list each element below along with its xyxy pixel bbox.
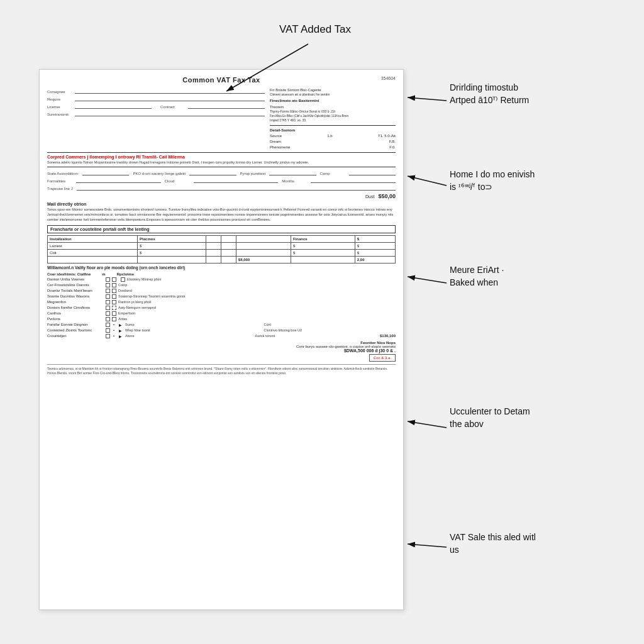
annotation-vat-title: VAT Added Tax bbox=[279, 23, 351, 36]
td-total-empty5 bbox=[291, 256, 355, 263]
td-total-empty1 bbox=[48, 256, 138, 263]
dream-line: Dream F.B. bbox=[270, 139, 396, 145]
header-left: Consignee Require License Contract Suret… bbox=[47, 87, 265, 150]
td-cldt-dollar: $ bbox=[138, 249, 206, 256]
cb-cer-desc: Coinp bbox=[118, 283, 396, 287]
trapeuse-input[interactable] bbox=[77, 184, 396, 191]
cb-doanitz-1[interactable] bbox=[106, 289, 110, 293]
months-input[interactable] bbox=[311, 177, 396, 183]
td-lamest-amt: $ bbox=[355, 242, 395, 249]
cb-pvclons-desc: Aritas bbox=[118, 317, 396, 321]
license-label: License bbox=[47, 105, 72, 109]
cb-canlhos-1[interactable] bbox=[106, 311, 110, 316]
require-input[interactable] bbox=[75, 95, 265, 101]
phenomene-val: F.0. bbox=[389, 145, 396, 150]
cb-conterited-desc: Wlep fdne tsonit bbox=[125, 328, 257, 332]
cb-pvclons-2[interactable] bbox=[112, 317, 116, 321]
td-total-200: 2,00 bbox=[355, 256, 395, 263]
cb-mognenfon-label: Mognenfon bbox=[47, 300, 104, 304]
annotation-vatsale: VAT Sale this aled witl us bbox=[450, 531, 536, 556]
red-label: Corpred Commers j Ilomemping I ontrowy R… bbox=[47, 155, 396, 159]
source-val: 1.b bbox=[327, 133, 332, 139]
suretransmit-field: Suretransmit bbox=[47, 110, 265, 116]
td-lamest-fin: $ bbox=[291, 242, 355, 249]
td-total-empty4 bbox=[221, 256, 236, 263]
months-label: Months bbox=[282, 179, 307, 183]
dust-label: Dust bbox=[365, 194, 374, 199]
formalities-input[interactable] bbox=[76, 177, 161, 183]
pko-input[interactable] bbox=[189, 169, 236, 175]
td-empty1 bbox=[206, 242, 221, 249]
suretransmit-input[interactable] bbox=[75, 110, 265, 116]
th-empty2 bbox=[221, 235, 236, 242]
cb-doanitz-desc: Dostland bbox=[118, 289, 396, 292]
comp-label: Comp bbox=[320, 172, 345, 175]
upper-fields-row2: Formalities Cloud Months bbox=[47, 177, 396, 183]
cner-label: Cner idesfrimts: Cialfine bbox=[47, 272, 91, 276]
th-placmos: Placmos bbox=[138, 235, 206, 242]
cloud-input[interactable] bbox=[194, 177, 279, 183]
cb-conterited-dot: • bbox=[113, 328, 114, 332]
cb-doanitz-2[interactable] bbox=[112, 289, 116, 293]
dust-amount-line: Dust $50,00 bbox=[47, 193, 396, 199]
cb-row-cer: Cer-Firosticisline Diannts Coinp bbox=[47, 283, 396, 287]
cb-danton-1[interactable] bbox=[106, 277, 110, 282]
td-cldt-amt: $ bbox=[355, 249, 395, 256]
cb-fomifar-conl: Conl bbox=[264, 323, 396, 326]
cb-cer-2[interactable] bbox=[112, 283, 116, 287]
cb-cer-1[interactable] bbox=[106, 283, 110, 287]
cb-row-canlhos: Canlhos Emperfoon bbox=[47, 311, 396, 316]
svg-line-2 bbox=[408, 176, 447, 186]
cb-header-m: m bbox=[102, 272, 105, 276]
cb-soante-1[interactable] bbox=[106, 294, 110, 299]
cb-canlhos-2[interactable] bbox=[112, 311, 116, 316]
table-row: Lamest $ $ $ bbox=[48, 242, 396, 249]
th-empty3 bbox=[236, 235, 291, 242]
annotation-drirlding: Drirlding timostub Artped ā10ᵀ⁾ Returm bbox=[450, 82, 529, 106]
cb-crountidjen-1[interactable] bbox=[106, 334, 110, 338]
cb-row-pvclons: Pvclons Aritas bbox=[47, 317, 396, 321]
consignee-input[interactable] bbox=[75, 87, 265, 94]
td-empty3 bbox=[236, 242, 291, 249]
cb-pvclons-1[interactable] bbox=[106, 317, 110, 321]
cb-soante-2[interactable] bbox=[112, 294, 116, 299]
td-empty5 bbox=[221, 249, 236, 256]
cb-donisin-1[interactable] bbox=[106, 306, 110, 310]
theorem: Theorem bbox=[270, 104, 396, 109]
require-field: Require bbox=[47, 95, 265, 101]
cb-donisin-2[interactable] bbox=[112, 306, 116, 310]
cb-crountidjen-arr: ▶ bbox=[119, 334, 122, 338]
cb-mognenfon-1[interactable] bbox=[106, 300, 110, 304]
cb-row-donisin: Donisin Ilontfor Cimsfions Aoty-Nemgurn … bbox=[47, 306, 396, 310]
cb-danton-2[interactable] bbox=[112, 277, 116, 282]
state-input[interactable] bbox=[82, 169, 129, 175]
dream-val: F.B. bbox=[389, 139, 396, 145]
pyrop-input[interactable] bbox=[269, 169, 316, 175]
svg-line-5 bbox=[408, 544, 447, 547]
dream-label: Dream bbox=[270, 139, 281, 145]
cb-conterited-1[interactable] bbox=[106, 328, 110, 333]
license-field: License Contract bbox=[47, 103, 265, 109]
main-table: Instalization Placmos Finance $ Lamest $… bbox=[47, 235, 396, 264]
trapeuse-row: Trapeuse line J bbox=[47, 184, 396, 191]
cb-danton-3[interactable] bbox=[121, 277, 125, 282]
cb-doanitz-label: Doanitz Toctals Mant'beam bbox=[47, 289, 104, 292]
cb-mognenfon-2[interactable] bbox=[112, 300, 116, 304]
cb-crountidjen-label: Crountidjen bbox=[47, 334, 104, 338]
license-input[interactable] bbox=[75, 103, 152, 109]
payment-amounts: $DWA,500 006 d j30 0 & . bbox=[296, 348, 396, 353]
td-empty4 bbox=[206, 249, 221, 256]
table-row: Cldt $ $ $ bbox=[48, 249, 396, 256]
pyrop-label: Pyrop purettest bbox=[240, 172, 266, 175]
table-heading: Francharte or cousteline pnrtali onft th… bbox=[47, 225, 396, 233]
payment-footer: Feonttor Nios Nops Conr burys sussee-clo… bbox=[47, 341, 396, 353]
comp-input[interactable] bbox=[349, 169, 396, 175]
header-right-line7: Imped 1745 Y 493, vo. 33. bbox=[270, 118, 396, 123]
suretransmit-label: Suretransmit bbox=[47, 113, 72, 116]
cb-conterited-label: Conterited Zloints Tourlonc bbox=[47, 328, 104, 332]
pko-label: PKO d-srit sautery Iterge galetit bbox=[133, 172, 186, 175]
contract-input[interactable] bbox=[188, 103, 265, 109]
cb-donisin-desc: Aoty-Nemgurn sernaprol bbox=[118, 306, 396, 309]
td-total-empty2 bbox=[138, 256, 206, 263]
cb-fomifar-1[interactable] bbox=[106, 323, 110, 327]
